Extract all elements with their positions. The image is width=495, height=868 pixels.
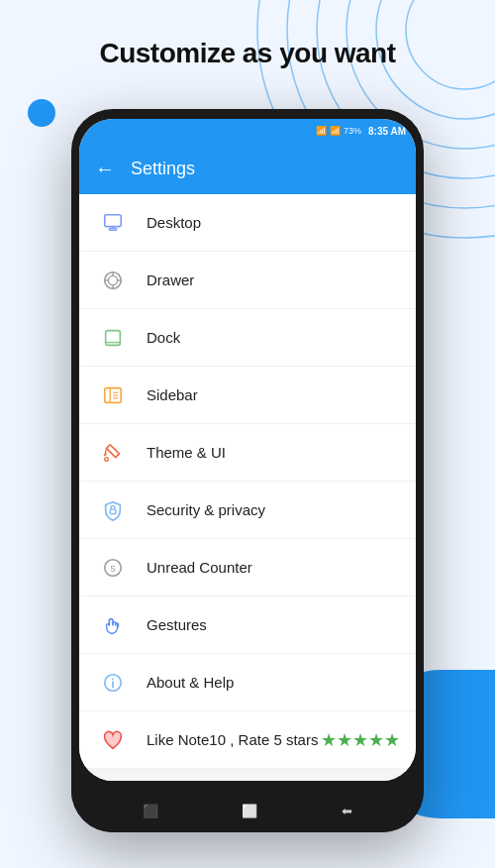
settings-item-desktop[interactable]: Desktop (79, 194, 416, 252)
status-bar: 📶 📶 73% 8:35 AM (79, 119, 416, 143)
sidebar-label: Sidebar (147, 386, 400, 403)
desktop-label: Desktop (147, 214, 400, 231)
status-time: 8:35 AM (368, 126, 406, 137)
security-icon (95, 492, 131, 528)
settings-footer (79, 769, 416, 781)
decorative-dot (28, 99, 55, 127)
heart-icon (95, 722, 131, 758)
sidebar-icon (95, 378, 131, 413)
navbar-recent-icon[interactable]: ⬛ (143, 804, 158, 818)
unread-icon: 5 (95, 550, 131, 586)
battery-text: 73% (344, 126, 361, 136)
star-5: ★ (384, 729, 400, 751)
star-4: ★ (368, 729, 384, 751)
svg-point-28 (112, 678, 114, 680)
theme-label: Theme & UI (147, 444, 400, 461)
wifi-icon: 📶 (330, 126, 341, 136)
star-1: ★ (321, 729, 337, 751)
security-label: Security & privacy (147, 501, 400, 518)
settings-item-theme[interactable]: Theme & UI (79, 424, 416, 482)
phone-navbar: ⬛ ⬜ ⬅ (71, 789, 424, 832)
back-button[interactable]: ← (95, 158, 115, 180)
about-icon (95, 665, 131, 701)
unread-label: Unread Counter (147, 559, 400, 576)
desktop-icon (95, 205, 131, 241)
settings-item-about[interactable]: About & Help (79, 654, 416, 711)
star-2: ★ (337, 729, 352, 751)
theme-icon (95, 435, 131, 471)
settings-item-security[interactable]: Security & privacy (79, 482, 416, 539)
phone-frame: 📶 📶 73% 8:35 AM ← Settings (71, 109, 424, 832)
settings-item-rate[interactable]: Like Note10 , Rate 5 stars ★ ★ ★ ★ ★ (79, 711, 416, 769)
settings-item-sidebar[interactable]: Sidebar (79, 367, 416, 424)
bluetooth-icon: 📶 (316, 126, 327, 136)
settings-item-gestures[interactable]: Gestures (79, 597, 416, 654)
gestures-label: Gestures (147, 616, 400, 633)
svg-point-10 (108, 275, 117, 284)
navbar-back-icon[interactable]: ⬅ (342, 804, 352, 818)
drawer-icon (95, 263, 131, 298)
rate-label: Like Note10 , Rate 5 stars (147, 731, 321, 748)
settings-item-drawer[interactable]: Drawer (79, 252, 416, 309)
about-label: About & Help (147, 674, 400, 691)
navbar-home-icon[interactable]: ⬜ (242, 804, 257, 818)
star-rating: ★ ★ ★ ★ ★ (321, 729, 400, 751)
settings-list: Desktop Drawer (79, 194, 416, 781)
drawer-label: Drawer (147, 271, 400, 288)
star-3: ★ (352, 729, 368, 751)
gestures-icon (95, 607, 131, 643)
app-bar: ← Settings (79, 143, 416, 194)
dock-label: Dock (147, 329, 400, 346)
settings-item-dock[interactable]: Dock (79, 309, 416, 367)
dock-icon (95, 320, 131, 356)
svg-rect-23 (110, 509, 116, 514)
page-headline: Customize as you want (0, 38, 495, 69)
app-bar-title: Settings (131, 159, 195, 179)
status-icons: 📶 📶 73% 8:35 AM (316, 126, 406, 137)
phone-screen: 📶 📶 73% 8:35 AM ← Settings (79, 119, 416, 781)
svg-point-22 (105, 457, 109, 461)
svg-rect-7 (109, 228, 116, 230)
settings-item-unread[interactable]: 5 Unread Counter (79, 539, 416, 597)
svg-text:5: 5 (110, 563, 115, 573)
svg-rect-6 (105, 214, 122, 226)
